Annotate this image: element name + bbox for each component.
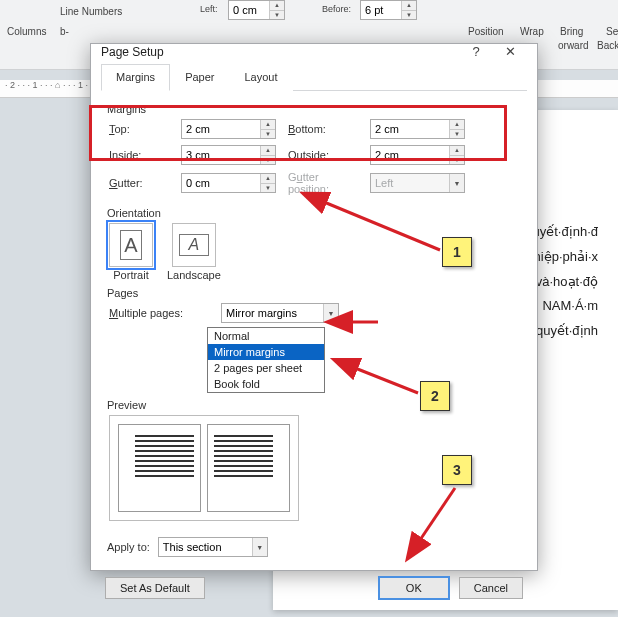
spinner-up-icon[interactable]: ▲ [450,146,464,155]
outside-label: Outside: [288,149,358,161]
mp-option-bookfold[interactable]: Book fold [208,376,324,392]
mp-option-normal[interactable]: Normal [208,328,324,344]
ribbon-columns[interactable]: Columns [7,26,46,37]
spinner-up-icon[interactable]: ▲ [402,1,416,10]
tab-paper[interactable]: Paper [170,64,229,91]
preview-page-left [118,424,201,512]
pages-section-label: Pages [107,287,521,299]
orientation-section-label: Orientation [107,207,521,219]
chevron-down-icon[interactable]: ▼ [252,538,267,556]
ribbon-position[interactable]: Position [468,26,504,37]
chevron-down-icon: ▼ [449,174,464,192]
apply-to-label: Apply to: [107,541,150,553]
orientation-landscape[interactable]: A Landscape [167,223,221,281]
dialog-tabs: Margins Paper Layout [101,63,527,91]
ribbon-send[interactable]: Se [606,26,618,37]
ribbon-indent-left-label: Left: [200,4,218,14]
margins-section-label: Margins [107,103,521,115]
tab-layout[interactable]: Layout [229,64,292,91]
ribbon-spacing-before-label: Before: [322,4,351,14]
tab-margins[interactable]: Margins [101,64,170,91]
bottom-input[interactable]: ▲▼ [370,119,465,139]
dialog-title: Page Setup [101,45,459,59]
spinner-down-icon[interactable]: ▼ [261,183,275,193]
multiple-pages-label: Multiple pages: [109,307,209,319]
preview-box [109,415,299,521]
ribbon-bring[interactable]: Bring [560,26,583,37]
callout-1: 1 [442,237,472,267]
close-button[interactable]: ✕ [493,44,527,59]
set-default-button[interactable]: Set As Default [105,577,205,599]
orientation-portrait[interactable]: A Portrait [109,223,153,281]
spinner-down-icon[interactable]: ▼ [450,129,464,139]
outside-input[interactable]: ▲▼ [370,145,465,165]
inside-input[interactable]: ▲▼ [181,145,276,165]
mp-option-2pages[interactable]: 2 pages per sheet [208,360,324,376]
help-button[interactable]: ? [459,44,493,59]
ribbon-spacing-before-input[interactable]: ▲▼ [360,0,417,20]
callout-3: 3 [442,455,472,485]
callout-2: 2 [420,381,450,411]
ribbon-back: Back [597,40,618,51]
spinner-down-icon[interactable]: ▼ [261,155,275,165]
bottom-label: Bottom: [288,123,358,135]
gutter-position-select: Left▼ [370,173,465,193]
ribbon-wrap[interactable]: Wrap [520,26,544,37]
ribbon-forward: orward [558,40,589,51]
spinner-up-icon[interactable]: ▲ [261,120,275,129]
gutter-input[interactable]: ▲▼ [181,173,276,193]
multiple-pages-dropdown: Normal Mirror margins 2 pages per sheet … [207,327,325,393]
page-setup-dialog: Page Setup ? ✕ Margins Paper Layout Marg… [90,43,538,571]
multiple-pages-select[interactable]: Mirror margins ▼ [221,303,339,323]
spinner-down-icon[interactable]: ▼ [261,129,275,139]
top-label: Top: [109,123,169,135]
spinner-up-icon[interactable]: ▲ [261,146,275,155]
spinner-down-icon[interactable]: ▼ [270,10,284,20]
spinner-up-icon[interactable]: ▲ [261,174,275,183]
spinner-up-icon[interactable]: ▲ [450,120,464,129]
gutter-position-label: Gutter position: [288,171,358,195]
cancel-button[interactable]: Cancel [459,577,523,599]
spinner-up-icon[interactable]: ▲ [270,1,284,10]
apply-to-select[interactable]: This section ▼ [158,537,268,557]
spinner-down-icon[interactable]: ▼ [450,155,464,165]
spinner-down-icon[interactable]: ▼ [402,10,416,20]
ok-button[interactable]: OK [379,577,449,599]
ribbon-hyphenation[interactable]: b- [60,26,69,37]
inside-label: Inside: [109,149,169,161]
ribbon-indent-left-input[interactable]: ▲▼ [228,0,285,20]
top-input[interactable]: ▲▼ [181,119,276,139]
gutter-label: Gutter: [109,177,169,189]
preview-page-right [207,424,290,512]
mp-option-mirror[interactable]: Mirror margins [208,344,324,360]
chevron-down-icon[interactable]: ▼ [323,304,338,322]
ribbon-line-numbers[interactable]: Line Numbers [60,6,122,17]
dialog-titlebar: Page Setup ? ✕ [91,44,537,59]
preview-section-label: Preview [107,399,521,411]
